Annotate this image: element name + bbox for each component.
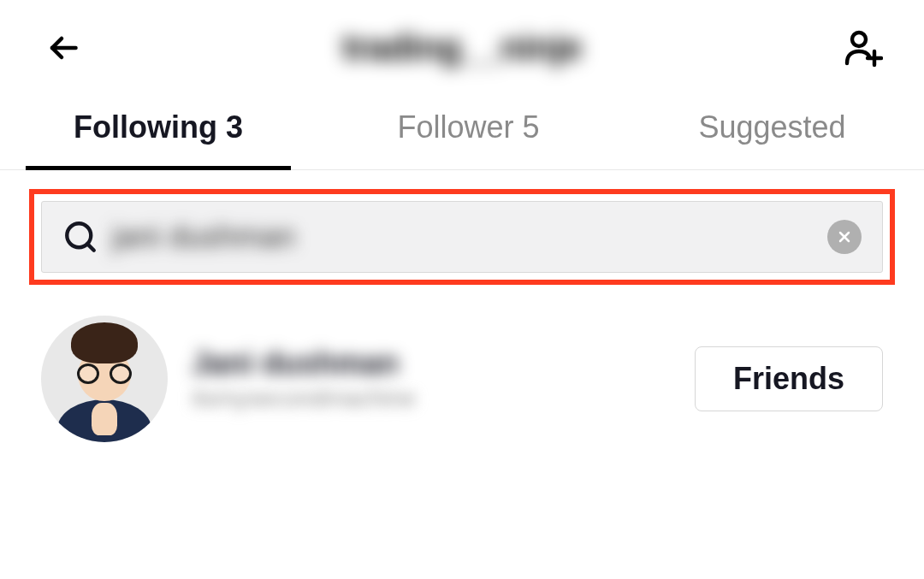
tab-suggested[interactable]: Suggested	[620, 92, 924, 169]
add-user-icon	[842, 27, 883, 68]
search-highlight-box	[29, 189, 895, 285]
close-icon	[836, 228, 853, 245]
list-item[interactable]: Jani dushman itsmysecondmachine Friends	[41, 305, 883, 452]
svg-point-1	[852, 32, 866, 46]
page-title: trading__ninje	[342, 27, 582, 68]
clear-search-button[interactable]	[827, 220, 862, 254]
search-icon	[62, 219, 98, 255]
tabs: Following 3 Follower 5 Suggested	[0, 92, 924, 170]
search-box[interactable]	[41, 201, 883, 273]
avatar[interactable]	[41, 316, 168, 442]
user-name: Jani dushman	[192, 346, 671, 381]
search-input[interactable]	[112, 219, 814, 255]
tab-follower[interactable]: Follower 5	[317, 92, 620, 169]
result-list: Jani dushman itsmysecondmachine Friends	[0, 285, 924, 473]
friends-button[interactable]: Friends	[695, 346, 883, 411]
svg-line-5	[87, 244, 94, 251]
header: trading__ninje	[0, 0, 924, 92]
arrow-left-icon	[43, 29, 80, 67]
user-info: Jani dushman itsmysecondmachine	[192, 346, 671, 412]
tab-following[interactable]: Following 3	[0, 92, 317, 169]
add-user-button[interactable]	[842, 27, 883, 68]
user-handle: itsmysecondmachine	[192, 385, 671, 412]
back-button[interactable]	[41, 27, 82, 68]
